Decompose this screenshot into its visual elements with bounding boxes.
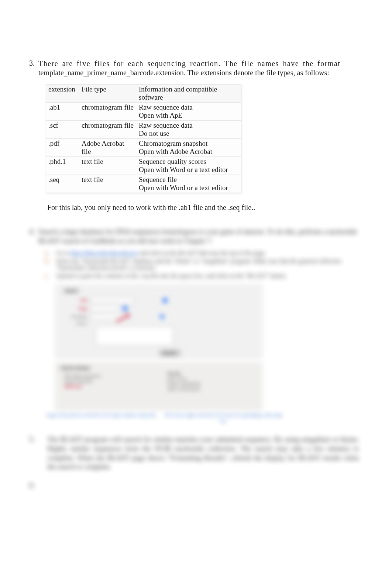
- caption-left: Upper-left portion of the BLAST input wi…: [41, 412, 162, 424]
- cell-info: Sequence quality scores Open with Word o…: [137, 157, 241, 175]
- shot1-type-field[interactable]: [90, 306, 120, 311]
- shot2-results-label: Results: [168, 372, 259, 376]
- sub-item-c: c. Upload or paste the contents of the .…: [45, 273, 362, 279]
- check-icon: [160, 314, 164, 319]
- cell-info-line: Raw sequence data: [139, 103, 239, 111]
- shot1-template-label: Template: [61, 314, 87, 319]
- shot1-file-field[interactable]: [90, 297, 135, 303]
- cell-ext: .scf: [46, 121, 79, 139]
- sub-label: a.: [45, 250, 52, 256]
- cell-info-line: Open with Word or a text editor: [139, 184, 239, 192]
- after-table-note: For this lab, you only need to work with…: [47, 203, 362, 212]
- header-info: Information and compatible software: [137, 84, 241, 103]
- cell-info-line: Sequence quality scores: [139, 158, 239, 166]
- sub-item-b: b. Select the "Nucleotide BLAST" databas…: [45, 258, 362, 271]
- shot2-hit: strain: chromosome: [168, 387, 259, 391]
- checkbox-icon[interactable]: [123, 306, 127, 311]
- intro-paragraph: There are five files for each sequencing…: [38, 59, 362, 77]
- sub-a-pre: Go to: [56, 250, 71, 256]
- sub-text: Select the "Nucleotide BLAST" database a…: [56, 258, 362, 271]
- cell-info-line: Open with Adobe Acrobat: [139, 148, 239, 156]
- sub-text: Upload or paste the contents of the .seq…: [56, 273, 362, 279]
- file-types-table: extension File type Information and comp…: [46, 84, 241, 193]
- shot2-hit: gene: locus: [168, 377, 259, 381]
- table-row: .ab1 chromatogram file Raw sequence data…: [46, 103, 241, 121]
- cell-info: Raw sequence data Do not use: [137, 121, 241, 139]
- file-types-table-wrap: extension File type Information and comp…: [46, 84, 241, 193]
- cell-ftype: text file: [79, 175, 137, 193]
- cell-info-line: Chromatogram snapshot: [139, 139, 239, 148]
- list-body: There are five files for each sequencing…: [35, 59, 362, 224]
- cell-info-line: Open with ApE: [139, 111, 239, 120]
- cell-info-line: Sequence file: [139, 176, 239, 184]
- caption-right: The lower-right of the BLAST form for up…: [162, 412, 284, 424]
- shot2-param: Max target sequences: [65, 374, 156, 378]
- list-item-3: 3. There are five files for each sequenc…: [24, 59, 362, 224]
- cell-info-line: Open with Word or a text editor: [139, 166, 239, 174]
- cell-ftype: Adobe Acrobat file: [79, 139, 137, 157]
- cell-info: Sequence file Open with Word or a text e…: [137, 175, 241, 193]
- table-row: .seq text file Sequence file Open with W…: [46, 175, 241, 193]
- screenshot-captions: Upper-left portion of the BLAST input wi…: [41, 412, 284, 424]
- list-number: 3.: [24, 59, 35, 68]
- header-extension: extension: [46, 84, 79, 103]
- shot1-type-label: Type: [61, 306, 87, 311]
- cell-ftype: chromatogram file: [79, 121, 137, 139]
- list-number: 5.: [24, 435, 35, 444]
- list-item-6: 6.: [24, 481, 362, 490]
- shot1-query-label: Query: [61, 321, 87, 325]
- intro-line-1: There are five files for each sequencing…: [38, 59, 340, 68]
- table-row: .scf chromatogram file Raw sequence data…: [46, 121, 241, 139]
- shot1-header: blastn: [62, 288, 80, 294]
- cell-ftype: chromatogram file: [79, 103, 137, 121]
- header-file-type: File type: [79, 84, 137, 103]
- sub-text: Go to http://blast.ncbi.nlm.nih.gov and …: [56, 250, 362, 256]
- blast-button[interactable]: BLAST: [159, 350, 181, 356]
- cell-ext: .phd.1: [46, 157, 79, 175]
- locked-content: 4. Search a large database for DNA seque…: [26, 227, 362, 490]
- list-item-5: 5. The BLAST program will search for sim…: [24, 435, 362, 472]
- blast-params-screenshot: Search settings Max target sequences Exp…: [55, 363, 262, 410]
- shot1-query-textarea[interactable]: [96, 326, 173, 345]
- blast-form-screenshot: blastn File Type Template Query: [55, 284, 262, 358]
- intro-line-2: template_name_primer_name_barcode.extens…: [38, 69, 329, 77]
- shot2-title: Search settings: [59, 365, 92, 371]
- list-body: The BLAST program will search for simila…: [44, 435, 359, 472]
- sub-label: b.: [45, 258, 52, 271]
- table-row: .phd.1 text file Sequence quality scores…: [46, 157, 241, 175]
- shot2-param: Word size: [65, 384, 156, 389]
- shot2-right: Results gene: locus protein: hypothetica…: [159, 363, 262, 410]
- list-item-4: 4. Search a large database for DNA seque…: [24, 227, 362, 250]
- table-row: .pdf Adobe Acrobat file Chromatogram sna…: [46, 139, 241, 157]
- sub-list: a. Go to http://blast.ncbi.nlm.nih.gov a…: [26, 250, 362, 279]
- cell-ext: .seq: [46, 175, 79, 193]
- checkbox-icon[interactable]: [163, 298, 167, 303]
- shot2-hit: protein: hypothetical: [168, 382, 259, 386]
- cell-ext: .pdf: [46, 139, 79, 157]
- table-header-row: extension File type Information and comp…: [46, 84, 241, 103]
- shot2-param: Expect threshold: [65, 379, 156, 383]
- cell-info: Chromatogram snapshot Open with Adobe Ac…: [137, 139, 241, 157]
- cell-ext: .ab1: [46, 103, 79, 121]
- cell-info-line: Do not use: [139, 130, 239, 138]
- cell-ftype: text file: [79, 157, 137, 175]
- shot2-left: Search settings Max target sequences Exp…: [56, 363, 159, 410]
- blast-link[interactable]: http://blast.ncbi.nlm.nih.gov: [71, 250, 138, 256]
- sub-label: c.: [45, 273, 52, 279]
- list-body: Search a large database for DNA sequence…: [35, 227, 362, 245]
- list-number: 6.: [24, 481, 35, 490]
- cell-info: Raw sequence data Open with ApE: [137, 103, 241, 121]
- sub-a-post: and click on the BLAST link near the top…: [139, 250, 266, 256]
- shot1-file-label: File: [61, 298, 87, 303]
- sub-item-a: a. Go to http://blast.ncbi.nlm.nih.gov a…: [45, 250, 362, 256]
- document-page: 3. There are five files for each sequenc…: [0, 0, 392, 576]
- cell-info-line: Raw sequence data: [139, 121, 239, 130]
- list-number: 4.: [24, 227, 35, 236]
